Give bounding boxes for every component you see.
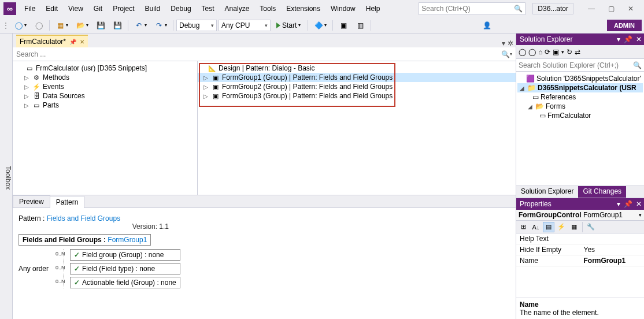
menu-view[interactable]: View: [64, 2, 88, 15]
panel-dropdown-icon[interactable]: ▾: [617, 200, 620, 208]
pattern-option[interactable]: ✓Field (Field type) : none: [70, 263, 180, 275]
forms-folder[interactable]: ◢📂Forms: [517, 102, 643, 111]
menu-file[interactable]: File: [20, 2, 40, 15]
se-search-input[interactable]: [519, 61, 633, 69]
refresh-icon[interactable]: ↻: [567, 48, 572, 56]
solution-node[interactable]: 🟪Solution 'D365SnippetsCalculator': [517, 74, 643, 83]
back-icon[interactable]: ◯: [519, 48, 526, 56]
prop-row[interactable]: Hide If EmptyYes: [516, 244, 644, 255]
solution-explorer-header[interactable]: Solution Explorer ▾📌✕: [516, 34, 644, 45]
save-all-button[interactable]: 💾: [110, 19, 125, 32]
solution-tree[interactable]: 🟪Solution 'D365SnippetsCalculator' ◢📁D36…: [516, 72, 644, 186]
panel-dropdown-icon[interactable]: ▾: [617, 35, 620, 43]
menu-help[interactable]: Help: [361, 2, 385, 15]
pin-icon[interactable]: 📌: [624, 200, 632, 208]
user-icon[interactable]: 👤: [482, 21, 491, 30]
group-link[interactable]: FormGroup1: [108, 236, 147, 244]
close-button[interactable]: ✕: [621, 2, 641, 15]
menu-debug[interactable]: Debug: [166, 2, 195, 15]
pattern-option[interactable]: ✓Field group (Group) : none: [70, 249, 180, 261]
tab-solution-explorer[interactable]: Solution Explorer: [516, 186, 578, 198]
expander-icon[interactable]: ▷: [23, 102, 30, 109]
pattern-link[interactable]: Fields and Field Groups: [47, 214, 120, 222]
props-object-selector[interactable]: FormGroupControl FormGroup1▾: [516, 210, 644, 221]
fwd-icon[interactable]: ◯: [528, 48, 536, 56]
collapse-icon[interactable]: ⇄: [575, 48, 580, 56]
close-tab-icon[interactable]: ✕: [80, 39, 84, 45]
prop-value[interactable]: Yes: [580, 244, 645, 255]
global-search[interactable]: 🔍: [419, 2, 525, 15]
menu-git[interactable]: Git: [89, 2, 107, 15]
config-dropdown[interactable]: Debug: [176, 20, 217, 31]
prop-value[interactable]: FormGroup1: [580, 255, 645, 266]
tree-node-parts[interactable]: ▷▭Parts: [13, 101, 197, 110]
start-debug-button[interactable]: Start▾: [272, 20, 305, 31]
redo-button[interactable]: ↷▾: [151, 19, 170, 32]
props-events-icon[interactable]: ⚡: [556, 222, 567, 232]
pattern-option[interactable]: ✓Actionable field (Group) : none: [70, 277, 180, 288]
tab-pattern[interactable]: Pattern: [50, 196, 85, 208]
menu-extensions[interactable]: Extensions: [282, 2, 325, 15]
close-panel-icon[interactable]: ✕: [636, 200, 642, 208]
tree-node-data-sources[interactable]: ▷🗄Data Sources: [13, 91, 197, 101]
admin-badge[interactable]: ADMIN: [607, 20, 642, 31]
menu-test[interactable]: Test: [197, 2, 219, 15]
nav-back-button[interactable]: ◯▾: [11, 19, 29, 32]
project-node[interactable]: ◢📁D365SnippetsCalculator (USR: [517, 83, 643, 92]
design-node-formgroup3[interactable]: ▷▣FormGroup3 (Group) | Pattern: Fields a…: [198, 91, 516, 101]
categorized-icon[interactable]: ⊞: [517, 222, 529, 232]
tool-btn-3[interactable]: ▥: [353, 19, 368, 32]
tab-git-changes[interactable]: Git Changes: [578, 186, 626, 198]
global-search-input[interactable]: [421, 5, 514, 13]
open-button[interactable]: 📂▾: [73, 19, 91, 32]
tool-btn-2[interactable]: ▣: [336, 19, 351, 32]
expander-icon[interactable]: ▷: [23, 84, 30, 90]
designer-search-input[interactable]: [16, 50, 501, 58]
props-grid[interactable]: Help TextHide If EmptyYesNameFormGroup1: [516, 233, 644, 298]
properties-header[interactable]: Properties ▾📌✕: [516, 198, 644, 210]
references-node[interactable]: ▭References: [517, 92, 643, 102]
alpha-sort-icon[interactable]: A↓: [530, 222, 542, 232]
expander-icon[interactable]: ▷: [202, 93, 209, 99]
menu-project[interactable]: Project: [108, 2, 139, 15]
design-tree[interactable]: 📐 Design | Pattern: Dialog - Basic ▷▣For…: [198, 61, 516, 195]
new-project-button[interactable]: ▦▾: [53, 19, 71, 32]
nav-fwd-button[interactable]: ◯: [31, 19, 46, 32]
se-search[interactable]: 🔍: [516, 59, 644, 72]
menu-window[interactable]: Window: [326, 2, 360, 15]
tab-settings-icon[interactable]: ✲: [508, 39, 513, 47]
props-grid-icon[interactable]: ▦: [568, 222, 580, 232]
props-view-icon[interactable]: ▤: [543, 222, 554, 232]
design-node-formgroup1[interactable]: ▷▣FormGroup1 (Group) | Pattern: Fields a…: [198, 73, 516, 82]
tab-preview[interactable]: Preview: [13, 195, 50, 207]
expander-icon[interactable]: ▷: [202, 75, 209, 81]
prop-value[interactable]: [580, 233, 645, 244]
show-all-icon[interactable]: ▣: [553, 48, 559, 56]
expander-icon[interactable]: ▷: [23, 93, 30, 99]
tool-btn-1[interactable]: 🔷▾: [311, 19, 330, 32]
menu-build[interactable]: Build: [140, 2, 165, 15]
solution-name-chip[interactable]: D36...ator: [532, 3, 573, 14]
design-root[interactable]: 📐 Design | Pattern: Dialog - Basic: [198, 64, 516, 73]
wrench-icon[interactable]: 🔧: [585, 222, 597, 232]
sync-icon[interactable]: ⟳: [545, 48, 550, 56]
maximize-button[interactable]: ▢: [601, 2, 621, 15]
tree-root[interactable]: ▭ FrmCalculator (usr) [D365 Snippets]: [13, 64, 197, 73]
tree-node-events[interactable]: ▷⚡Events: [13, 82, 197, 91]
pin-icon[interactable]: 📌: [69, 39, 76, 45]
minimize-button[interactable]: —: [582, 2, 601, 15]
design-node-formgroup2[interactable]: ▷▣FormGroup2 (Group) | Pattern: Fields a…: [198, 82, 516, 91]
platform-dropdown[interactable]: Any CPU: [219, 20, 271, 31]
save-button[interactable]: 💾: [93, 19, 108, 32]
menu-tools[interactable]: Tools: [255, 2, 280, 15]
prop-row[interactable]: Help Text: [516, 233, 644, 244]
toolbox-tab[interactable]: Toolbox: [0, 34, 13, 319]
expander-icon[interactable]: ▷: [23, 75, 30, 81]
prop-row[interactable]: NameFormGroup1: [516, 255, 644, 266]
home-icon[interactable]: ⌂: [538, 48, 542, 56]
undo-button[interactable]: ↶▾: [131, 19, 150, 32]
form-item[interactable]: ▭FrmCalculator: [517, 111, 643, 120]
menu-edit[interactable]: Edit: [41, 2, 62, 15]
close-panel-icon[interactable]: ✕: [636, 35, 642, 43]
pin-icon[interactable]: 📌: [624, 35, 632, 43]
